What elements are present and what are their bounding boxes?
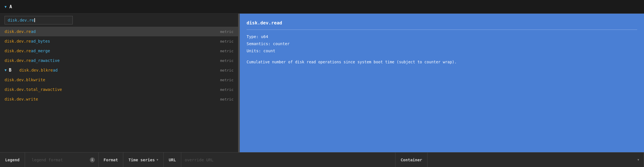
url-input[interactable] [181, 153, 395, 167]
tooltip-title: disk.dev.read [247, 19, 637, 30]
container-label: Container [395, 153, 428, 167]
section-a-label: A [9, 4, 12, 9]
legend-button[interactable]: Legend [0, 153, 25, 167]
section-b-chevron: ▼ [5, 68, 7, 72]
autocomplete-item-0[interactable]: disk.dev.read metric [0, 27, 238, 36]
format-label: Format [99, 153, 124, 167]
item-type-3: metric [220, 59, 234, 63]
tooltip-meta: Type: u64 Semantics: counter Units: coun… [247, 33, 637, 55]
chevron-down-icon: ▼ [157, 158, 158, 161]
info-icon[interactable]: i [90, 157, 95, 162]
item-type-2: metric [220, 49, 234, 53]
section-b-text: B [9, 68, 11, 73]
autocomplete-list: disk.dev.read metric disk.dev.read_bytes… [0, 27, 238, 152]
autocomplete-item-6[interactable]: disk.dev.total_rawactive metric [0, 85, 238, 94]
url-label: URL [164, 153, 181, 167]
container-dropdown-area[interactable]: ▼ [428, 153, 644, 167]
section-a-header[interactable]: ▼ A [0, 0, 644, 14]
item-type-7: metric [220, 97, 234, 101]
item-name-6: disk.dev.total_rawactive [5, 87, 62, 92]
legend-input-area[interactable]: i [25, 153, 99, 167]
query-input[interactable]: disk.dev.re [5, 16, 73, 24]
time-series-dropdown[interactable]: Time series ▼ [123, 153, 164, 167]
main-container: ▼ A disk.dev.re disk.dev.read metric [0, 0, 644, 167]
autocomplete-item-1[interactable]: disk.dev.read_bytes metric [0, 36, 238, 46]
autocomplete-item-2[interactable]: disk.dev.read_merge metric [0, 46, 238, 56]
autocomplete-item-4[interactable]: disk.dev.blkread metric [17, 65, 238, 75]
item-type-1: metric [220, 39, 234, 43]
section-b-row: ▼ B disk.dev.blkread metric [0, 65, 238, 75]
tooltip-semantics: Semantics: counter [247, 40, 637, 47]
item-name-7: disk.dev.write [5, 97, 38, 101]
item-type-6: metric [220, 87, 234, 92]
left-panel: disk.dev.re disk.dev.read metric disk.de… [0, 14, 238, 152]
autocomplete-item-7[interactable]: disk.dev.write metric [0, 94, 238, 104]
container-chevron-down-icon: ▼ [637, 158, 639, 161]
legend-format-input[interactable] [28, 153, 85, 167]
section-b-label[interactable]: ▼ B [0, 68, 17, 73]
toolbar: Legend i Format Time series ▼ URL Contai… [0, 152, 644, 167]
query-input-row: disk.dev.re [0, 14, 238, 27]
panel-separator [238, 14, 240, 152]
legend-label: Legend [5, 158, 20, 162]
item-name-0: disk.dev.read [5, 29, 36, 34]
tooltip-description: Cumulative number of disk read operation… [247, 59, 637, 65]
item-name-1: disk.dev.read_bytes [5, 39, 50, 43]
item-type-5: metric [220, 78, 234, 82]
item-type-0: metric [220, 30, 234, 34]
autocomplete-item-5[interactable]: disk.dev.blkwrite metric [0, 75, 238, 85]
section-a-chevron: ▼ [5, 5, 7, 9]
item-name-5: disk.dev.blkwrite [5, 78, 45, 82]
section-a-content: disk.dev.re disk.dev.read metric disk.de… [0, 14, 644, 152]
item-type-4: metric [220, 68, 234, 72]
autocomplete-item-3[interactable]: disk.dev.read_rawactive metric [0, 56, 238, 65]
tooltip-units: Units: count [247, 47, 637, 55]
query-input-text: disk.dev.re [8, 18, 34, 22]
tooltip-panel: disk.dev.read Type: u64 Semantics: count… [240, 14, 644, 152]
tooltip-type: Type: u64 [247, 33, 637, 40]
item-name-2: disk.dev.read_merge [5, 49, 50, 53]
item-name-4: disk.dev.blkread [19, 68, 58, 72]
item-name-3: disk.dev.read_rawactive [5, 58, 60, 63]
cursor [34, 18, 35, 22]
time-series-label: Time series [128, 158, 155, 162]
